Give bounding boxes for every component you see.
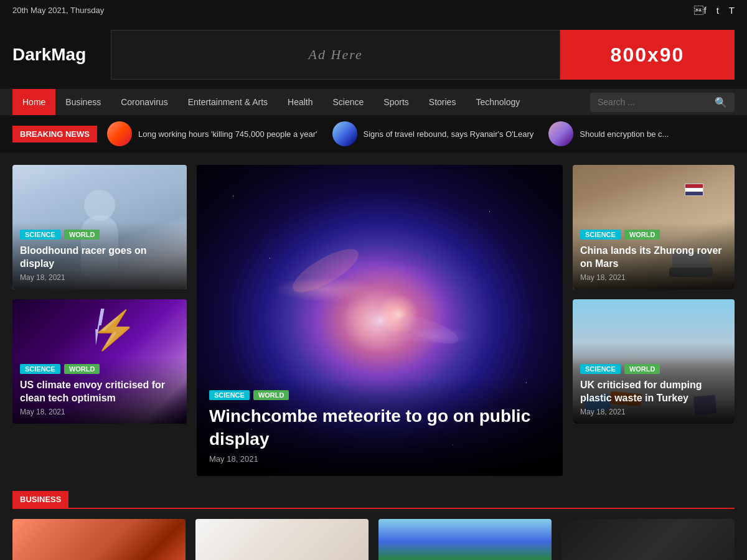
business-card-1[interactable]	[12, 519, 186, 560]
social-icons: f t T	[694, 5, 735, 16]
content-grid: SCIENCE WORLD Bloodhound racer goes on d…	[12, 165, 735, 476]
breaking-news-label: BREAKING NEWS	[12, 126, 97, 142]
article-tags-climate: SCIENCE WORLD	[20, 364, 179, 374]
nav-health[interactable]: Health	[278, 89, 322, 115]
header: DarkMag Ad Here 800x90	[0, 21, 747, 89]
article-overlay-rover: SCIENCE WORLD China lands its Zhurong ro…	[573, 222, 735, 289]
article-date-bloodhound: May 18, 2021	[20, 273, 179, 282]
breaking-news-items: Long working hours 'killing 745,000 peop…	[107, 121, 669, 146]
main-content: SCIENCE WORLD Bloodhound racer goes on d…	[0, 152, 747, 560]
nav-entertainment[interactable]: Entertainment & Arts	[178, 89, 278, 115]
ad-left: Ad Here	[111, 30, 560, 80]
ad-right: 800x90	[560, 30, 735, 80]
date-display: 20th May 2021, Thursday	[12, 6, 104, 15]
breaking-item-2[interactable]: Signs of travel rebound, says Ryanair's …	[332, 121, 534, 146]
business-section-header: BUSINESS	[12, 491, 735, 509]
center-article-date: May 18, 2021	[209, 454, 550, 464]
search-box: 🔍	[590, 93, 735, 112]
center-tag-world: WORLD	[253, 390, 289, 400]
nav-menu: Home Business Coronavirus Entertainment …	[12, 89, 530, 115]
article-title-bloodhound: Bloodhound racer goes on display	[20, 245, 179, 271]
search-input[interactable]	[598, 97, 710, 107]
business-card-4[interactable]	[561, 519, 735, 560]
breaking-thumb-3	[548, 121, 573, 146]
tag-science-2: SCIENCE	[20, 364, 60, 374]
tag-science-plastic: SCIENCE	[580, 364, 621, 374]
business-label: BUSINESS	[12, 491, 68, 508]
nav-sports[interactable]: Sports	[374, 89, 418, 115]
article-card-rover[interactable]: SCIENCE WORLD China lands its Zhurong ro…	[573, 165, 735, 289]
breaking-text-2: Signs of travel rebound, says Ryanair's …	[364, 129, 534, 139]
business-grid	[12, 519, 735, 560]
article-overlay-bloodhound: SCIENCE WORLD Bloodhound racer goes on d…	[12, 222, 187, 289]
article-tags-rover: SCIENCE WORLD	[580, 230, 727, 240]
logo[interactable]: DarkMag	[12, 45, 86, 65]
twitter-icon[interactable]: t	[716, 5, 719, 16]
article-tags-bloodhound: SCIENCE WORLD	[20, 230, 179, 240]
business-image-3	[378, 519, 552, 560]
nav-stories[interactable]: Stories	[419, 89, 466, 115]
facebook-icon[interactable]: f	[694, 5, 706, 16]
center-tags: SCIENCE WORLD	[209, 390, 550, 400]
tiktok-icon[interactable]: T	[729, 5, 735, 16]
article-title-plastic: UK criticised for dumping plastic waste …	[580, 379, 727, 405]
breaking-item-3[interactable]: Should encryption be c...	[548, 121, 669, 146]
business-image-4	[561, 519, 735, 560]
article-card-plastic[interactable]: SCIENCE WORLD UK criticised for dumping …	[573, 299, 735, 424]
top-bar: 20th May 2021, Thursday f t T	[0, 0, 747, 21]
nav-technology[interactable]: Technology	[466, 89, 530, 115]
article-title-rover: China lands its Zhurong rover on Mars	[580, 245, 727, 271]
center-article-meteorite[interactable]: SCIENCE WORLD Winchcombe meteorite to go…	[197, 165, 563, 476]
tag-world-2: WORLD	[64, 364, 100, 374]
article-title-climate: US climate envoy criticised for clean te…	[20, 379, 179, 405]
tag-world: WORLD	[64, 230, 100, 240]
business-card-2[interactable]	[195, 519, 369, 560]
article-overlay-plastic: SCIENCE WORLD UK criticised for dumping …	[573, 357, 735, 424]
business-card-3[interactable]	[378, 519, 552, 560]
tag-science-rover: SCIENCE	[580, 230, 621, 240]
nav-science[interactable]: Science	[323, 89, 374, 115]
center-overlay: SCIENCE WORLD Winchcombe meteorite to go…	[197, 378, 563, 476]
left-column: SCIENCE WORLD Bloodhound racer goes on d…	[12, 165, 187, 476]
breaking-thumb-2	[332, 121, 357, 146]
navigation: Home Business Coronavirus Entertainment …	[0, 89, 747, 115]
tag-world-rover: WORLD	[624, 230, 660, 240]
center-tag-science: SCIENCE	[209, 390, 250, 400]
nav-home[interactable]: Home	[12, 89, 55, 115]
article-date-plastic: May 18, 2021	[580, 408, 727, 416]
article-tags-plastic: SCIENCE WORLD	[580, 364, 727, 374]
search-icon[interactable]: 🔍	[715, 96, 727, 108]
breaking-item-1[interactable]: Long working hours 'killing 745,000 peop…	[107, 121, 317, 146]
breaking-thumb-1	[107, 121, 132, 146]
tag-world-plastic: WORLD	[624, 364, 660, 374]
business-image-2	[195, 519, 369, 560]
article-date-rover: May 18, 2021	[580, 273, 727, 282]
nav-business[interactable]: Business	[55, 89, 111, 115]
right-column: SCIENCE WORLD China lands its Zhurong ro…	[573, 165, 735, 476]
business-section: BUSINESS	[12, 491, 735, 560]
ad-banner: Ad Here 800x90	[111, 30, 735, 80]
nav-coronavirus[interactable]: Coronavirus	[111, 89, 177, 115]
article-overlay-climate: SCIENCE WORLD US climate envoy criticise…	[12, 357, 187, 424]
article-date-climate: May 18, 2021	[20, 408, 179, 416]
center-column: SCIENCE WORLD Winchcombe meteorite to go…	[197, 165, 563, 476]
breaking-news-bar: BREAKING NEWS Long working hours 'killin…	[0, 115, 747, 152]
breaking-text-1: Long working hours 'killing 745,000 peop…	[138, 129, 317, 139]
tag-science: SCIENCE	[20, 230, 60, 240]
article-card-climate[interactable]: ⚡ SCIENCE WORLD US climate envoy critici…	[12, 299, 187, 424]
breaking-text-3: Should encryption be c...	[580, 129, 669, 139]
business-image-1	[12, 519, 186, 560]
article-card-bloodhound[interactable]: SCIENCE WORLD Bloodhound racer goes on d…	[12, 165, 187, 289]
center-article-title: Winchcombe meteorite to go on public dis…	[209, 405, 550, 450]
